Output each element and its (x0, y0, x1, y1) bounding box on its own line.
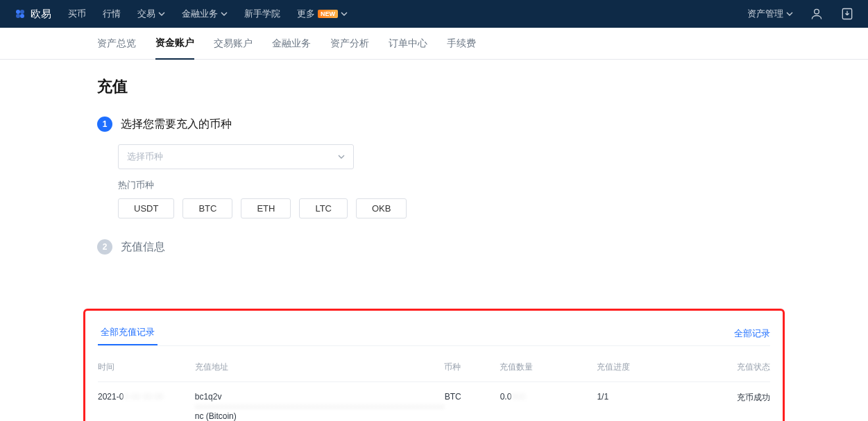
header-progress: 充值进度 (597, 361, 708, 373)
chevron-down-icon (158, 10, 165, 17)
chevron-down-icon (786, 10, 793, 17)
download-icon[interactable] (840, 7, 854, 21)
addr-prefix: bc1q2v (195, 392, 222, 402)
step-1-title: 选择您需要充入的币种 (121, 117, 232, 132)
subnav-trading-label: 交易账户 (214, 37, 253, 50)
redacted: 000 (511, 392, 525, 402)
chip-okb[interactable]: OKB (356, 198, 407, 218)
nav-assets[interactable]: 资产管理 (747, 8, 793, 20)
svg-point-1 (20, 10, 24, 14)
sub-navbar: 资产总览 资金账户 交易账户 金融业务 资产分析 订单中心 手续费 (0, 28, 868, 60)
subnav-analysis[interactable]: 资产分析 (330, 28, 369, 60)
cell-address: bc1q2vxxxxxxxxxxxxxxxxxxxxxxxxxxxxxxxxxx… (195, 392, 445, 421)
nav-assets-label: 资产管理 (747, 8, 783, 20)
nav-finance-label: 金融业务 (182, 8, 218, 20)
cell-status: 充币成功 (708, 392, 770, 421)
hot-coin-chips: USDT BTC ETH LTC OKB (118, 198, 771, 218)
brand-logo[interactable]: 欧易 (14, 8, 51, 21)
link-all-records[interactable]: 全部记录 (734, 327, 770, 345)
chevron-down-icon (338, 153, 345, 160)
svg-point-4 (815, 9, 819, 14)
subnav-funding-label: 资金账户 (155, 37, 194, 49)
cell-progress: 1/1 (597, 392, 708, 421)
header-address: 充值地址 (195, 361, 444, 373)
subnav-overview-label: 资产总览 (97, 37, 136, 50)
topbar-left: 欧易 买币 行情 交易 金融业务 新手学院 更多 NEW (14, 8, 348, 21)
header-time: 时间 (98, 361, 195, 373)
step-2: 2 充值信息 (97, 239, 771, 255)
subnav-overview[interactable]: 资产总览 (97, 28, 136, 60)
top-navbar: 欧易 买币 行情 交易 金融业务 新手学院 更多 NEW 资产管理 (0, 0, 868, 28)
brand-name: 欧易 (31, 8, 51, 21)
spacer (0, 267, 868, 309)
nav-more-label: 更多 (297, 8, 315, 20)
user-icon[interactable] (810, 7, 824, 21)
header-coin: 币种 (444, 361, 500, 373)
cell-time: 2021-00-00 00:00 (98, 392, 195, 421)
subnav-finance[interactable]: 金融业务 (272, 28, 311, 60)
step-1-number: 1 (97, 117, 112, 132)
svg-point-0 (16, 10, 20, 14)
records-table-header: 时间 充值地址 币种 充值数量 充值进度 充值状态 (98, 346, 770, 382)
subnav-trading[interactable]: 交易账户 (214, 28, 253, 60)
cell-coin: BTC (445, 392, 500, 421)
redacted: xxxxxxxxxxxxxxxxxxxxxxxxxxxxxxxxxxxxxxxx… (195, 402, 445, 411)
subnav-orders[interactable]: 订单中心 (389, 28, 427, 60)
nav-more[interactable]: 更多 NEW (297, 8, 348, 20)
header-amount: 充值数量 (500, 361, 597, 373)
coin-select[interactable]: 选择币种 (118, 144, 354, 169)
cell-amount: 0.0000 (500, 392, 597, 421)
records-tabbar: 全部充值记录 全部记录 (98, 320, 770, 346)
step-1: 1 选择您需要充入的币种 (97, 117, 771, 132)
subnav-fees[interactable]: 手续费 (447, 28, 476, 60)
addr-suffix: nc (Bitcoin) (195, 411, 237, 421)
logo-icon (14, 8, 26, 20)
cell-time-text: 2021-0 (98, 392, 124, 402)
chip-ltc[interactable]: LTC (299, 198, 348, 218)
chip-btc[interactable]: BTC (182, 198, 232, 218)
nav-academy-label: 新手学院 (244, 8, 280, 20)
hot-coins-label: 热门币种 (118, 179, 771, 191)
new-badge: NEW (318, 10, 338, 18)
svg-point-3 (20, 14, 24, 18)
chevron-down-icon (221, 10, 228, 17)
chip-eth[interactable]: ETH (241, 198, 291, 218)
coin-select-wrap: 选择币种 (118, 144, 771, 169)
step-2-number: 2 (97, 239, 112, 255)
address-text: bc1q2vxxxxxxxxxxxxxxxxxxxxxxxxxxxxxxxxxx… (195, 392, 445, 421)
coin-select-placeholder: 选择币种 (127, 151, 163, 163)
header-status: 充值状态 (708, 361, 770, 373)
nav-finance[interactable]: 金融业务 (182, 8, 228, 20)
chip-usdt[interactable]: USDT (118, 198, 174, 218)
tab-all-deposits[interactable]: 全部充值记录 (98, 320, 158, 345)
subnav-finance-label: 金融业务 (272, 37, 311, 50)
table-row: 2021-00-00 00:00 bc1q2vxxxxxxxxxxxxxxxxx… (98, 382, 770, 421)
nav-trade-label: 交易 (137, 8, 155, 20)
nav-buy[interactable]: 买币 (68, 8, 86, 20)
step-2-title: 充值信息 (121, 240, 165, 255)
subnav-fees-label: 手续费 (447, 37, 476, 50)
redacted: 0-00 00:00 (124, 392, 163, 402)
nav-buy-label: 买币 (68, 8, 86, 20)
nav-trade[interactable]: 交易 (137, 8, 165, 20)
nav-market-label: 行情 (103, 8, 121, 20)
nav-market[interactable]: 行情 (103, 8, 121, 20)
nav-academy[interactable]: 新手学院 (244, 8, 280, 20)
subnav-orders-label: 订单中心 (389, 37, 427, 50)
subnav-funding[interactable]: 资金账户 (155, 28, 194, 60)
topbar-right: 资产管理 (747, 7, 854, 21)
page-title: 充值 (97, 76, 771, 97)
svg-point-2 (16, 14, 20, 18)
subnav-analysis-label: 资产分析 (330, 37, 369, 50)
cell-amount-text: 0.0 (500, 392, 512, 402)
chevron-down-icon (341, 10, 348, 17)
deposit-records-panel: 全部充值记录 全部记录 时间 充值地址 币种 充值数量 充值进度 充值状态 20… (83, 309, 785, 421)
content: 充值 1 选择您需要充入的币种 选择币种 热门币种 USDT BTC ETH L… (0, 60, 868, 255)
